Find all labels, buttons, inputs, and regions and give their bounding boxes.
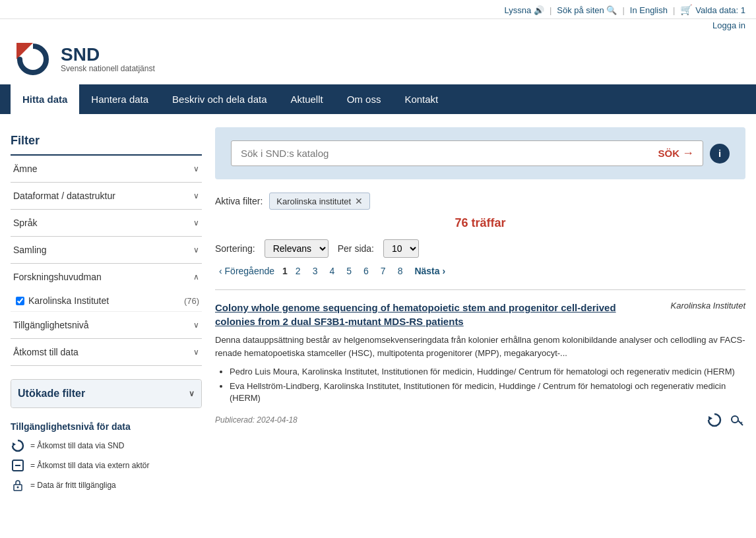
cart-icon: 🛒	[680, 4, 693, 16]
cart-link[interactable]: Valda data: 1	[695, 5, 745, 15]
pagination: ‹ Föregående 1 2 3 4 5 6 7 8 Nästa ›	[215, 264, 745, 278]
info-button[interactable]: i	[710, 144, 730, 164]
filter-forskningshuvudman[interactable]: Forskningshuvudman ∧	[11, 264, 202, 290]
main-content: Filter Ämne ∨ Dataformat / datastruktur …	[0, 114, 756, 511]
active-filter-value: Karolinska institutet	[276, 196, 351, 206]
search-button-label: SÖK	[658, 148, 679, 159]
content-area: SÖK → i Aktiva filter: Karolinska instit…	[202, 127, 745, 498]
result-description: Denna datauppsättning består av helgenom…	[215, 334, 745, 359]
english-link[interactable]: In English	[630, 5, 668, 15]
next-page-link[interactable]: Nästa ›	[410, 264, 449, 278]
filter-dataformat-label: Dataformat / datastruktur	[13, 191, 115, 201]
sort-label: Sortering:	[215, 243, 255, 254]
availability-title: Tillgänglighetsnivå för data	[11, 421, 202, 432]
nav-aktuellt[interactable]: Aktuellt	[279, 84, 335, 114]
result-key-icon[interactable]	[728, 411, 745, 429]
filter-forskningshuvudman-label: Forskningshuvudman	[13, 272, 102, 282]
nav-kontakt[interactable]: Kontakt	[393, 84, 450, 114]
prev-page-link[interactable]: ‹ Föregående	[215, 264, 278, 278]
active-filters: Aktiva filter: Karolinska institutet ✕	[215, 193, 745, 210]
filter-dataformat[interactable]: Dataformat / datastruktur ∨	[11, 183, 202, 210]
search-button[interactable]: SÖK →	[648, 140, 703, 166]
page-3-link[interactable]: 3	[309, 264, 322, 278]
page-7-link[interactable]: 7	[377, 264, 390, 278]
per-page-select[interactable]: 10	[383, 239, 419, 258]
chevron-down-icon: ∨	[193, 347, 199, 357]
chevron-down-icon: ∨	[193, 245, 199, 254]
sort-select[interactable]: Relevans	[265, 239, 329, 258]
svg-point-1	[17, 57, 22, 62]
svg-point-6	[17, 487, 19, 489]
filter-karolinska-label[interactable]: Karolinska Institutet	[16, 295, 109, 306]
legend-item-snd: = Åtkomst till data via SND	[11, 438, 202, 453]
result-title[interactable]: Colony whole genome sequencing of hemato…	[215, 301, 658, 328]
results-count: 76 träffar	[215, 216, 745, 230]
page-6-link[interactable]: 6	[360, 264, 373, 278]
search-site-link[interactable]: Sök på siten 🔍	[557, 5, 617, 15]
filter-panel: Filter Ämne ∨ Dataformat / datastruktur …	[11, 127, 202, 498]
availability-legend: Tillgänglighetsnivå för data = Åtkomst t…	[11, 421, 202, 493]
author-2: Eva Hellström-Lindberg, Karolinska Insti…	[230, 380, 745, 404]
filter-sprak[interactable]: Språk ∨	[11, 210, 202, 237]
author-2-text: Eva Hellström-Lindberg, Karolinska Insti…	[230, 381, 726, 403]
logo-container[interactable]: SND Svensk nationell datatjänst	[13, 40, 155, 79]
chevron-down-icon: ∨	[193, 218, 199, 227]
result-footer: Publicerad: 2024-04-18	[215, 411, 745, 429]
site-title: SND	[61, 45, 155, 64]
active-filter-label: Aktiva filter:	[215, 196, 263, 206]
filter-atkomst[interactable]: Åtkomst till data ∨	[11, 339, 202, 366]
nav-beskriv-dela[interactable]: Beskriv och dela data	[160, 84, 278, 114]
page-8-link[interactable]: 8	[394, 264, 407, 278]
utokade-label: Utökade filter	[18, 388, 85, 400]
top-utility-bar: Lyssna 🔊 | Sök på siten 🔍 | In English |…	[0, 0, 756, 19]
remove-filter-button[interactable]: ✕	[355, 196, 363, 206]
result-snd-access-icon[interactable]	[706, 411, 723, 429]
page-2-link[interactable]: 2	[292, 264, 305, 278]
cart-count: 1	[741, 5, 745, 15]
author-1: Pedro Luis Moura, Karolinska Institutet,…	[230, 366, 745, 378]
listen-label: Lyssna	[505, 5, 532, 15]
extern-access-icon	[11, 458, 25, 473]
utokade-header[interactable]: Utökade filter ∨	[11, 380, 201, 407]
search-box-area: SÖK → i	[215, 127, 745, 179]
legend-extern-text: = Åtkomst till data via extern aktör	[30, 461, 149, 470]
cart-label: Valda data:	[695, 5, 738, 15]
chevron-down-icon: ∨	[193, 191, 199, 200]
result-authors-list: Pedro Luis Moura, Karolinska Institutet,…	[215, 366, 745, 405]
per-page-label: Per sida:	[338, 243, 374, 254]
site-subtitle: Svensk nationell datatjänst	[61, 64, 155, 73]
logo-svg	[13, 40, 53, 79]
svg-marker-7	[709, 416, 712, 421]
nav-hantera-data[interactable]: Hantera data	[79, 84, 160, 114]
filter-amne-label: Ämne	[13, 164, 38, 174]
filter-sprak-label: Språk	[13, 218, 38, 228]
separator-1: |	[550, 5, 551, 15]
search-arrow-icon: →	[682, 146, 694, 160]
login-link[interactable]: Logga in	[712, 20, 745, 30]
result-institution: Karolinska Institutet	[671, 301, 745, 311]
separator-2: |	[622, 5, 624, 15]
legend-item-extern: = Åtkomst till data via extern aktör	[11, 458, 202, 473]
svg-marker-2	[13, 442, 16, 446]
listen-link[interactable]: Lyssna 🔊	[505, 5, 544, 15]
search-input[interactable]	[231, 140, 703, 166]
utokade-filter: Utökade filter ∨	[11, 379, 202, 408]
page-1-link[interactable]: 1	[282, 266, 288, 276]
second-bar: Logga in	[0, 19, 756, 34]
chevron-down-icon: ∨	[193, 164, 199, 173]
result-header: Colony whole genome sequencing of hemato…	[215, 301, 745, 328]
nav-om-oss[interactable]: Om oss	[335, 84, 393, 114]
active-filter-tag: Karolinska institutet ✕	[269, 193, 370, 210]
site-header: SND Svensk nationell datatjänst	[0, 34, 756, 84]
legend-item-free: = Data är fritt tillgängliga	[11, 478, 202, 493]
filter-karolinska-checkbox[interactable]	[16, 297, 24, 305]
page-4-link[interactable]: 4	[325, 264, 338, 278]
nav-hitta-data[interactable]: Hitta data	[11, 84, 79, 114]
filter-samling[interactable]: Samling ∨	[11, 237, 202, 264]
page-5-link[interactable]: 5	[342, 264, 356, 278]
free-access-icon	[11, 478, 25, 493]
filter-karolinska-subitem: Karolinska Institutet (76)	[11, 290, 202, 312]
filter-tillganglighet[interactable]: Tillgänglighetsnivå ∨	[11, 312, 202, 339]
search-icon: 🔍	[606, 5, 617, 15]
filter-amne[interactable]: Ämne ∨	[11, 156, 202, 183]
